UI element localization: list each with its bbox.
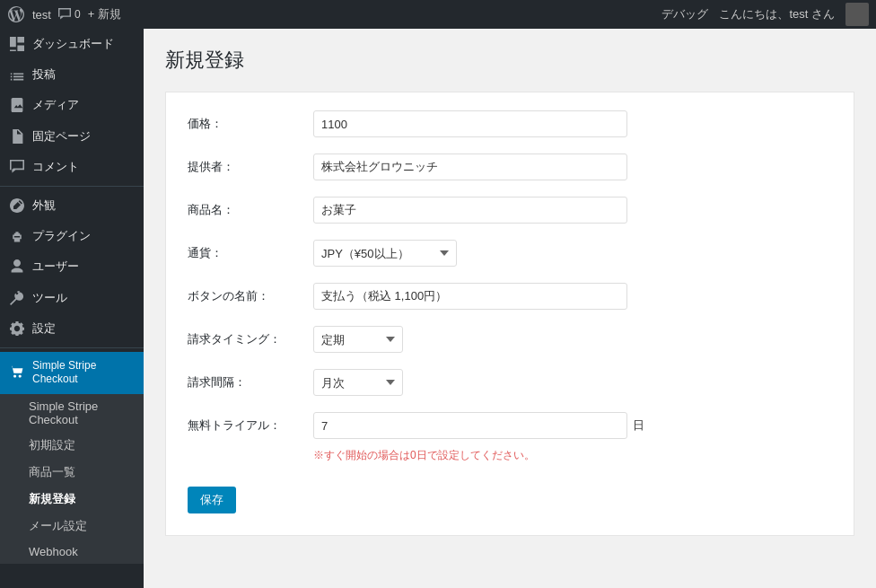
provider-label: 提供者： bbox=[188, 154, 313, 175]
product-name-input[interactable] bbox=[313, 197, 627, 224]
billing-interval-select[interactable]: 月次 bbox=[313, 369, 403, 396]
settings-icon bbox=[9, 320, 25, 337]
sidebar: ダッシュボード 投稿 メディア 固定ページ コメント bbox=[0, 29, 144, 588]
price-row: 価格： bbox=[188, 110, 832, 137]
sidebar-item-dashboard-label: ダッシュボード bbox=[32, 36, 114, 52]
users-icon bbox=[9, 259, 25, 275]
free-trial-input[interactable] bbox=[313, 412, 627, 439]
sidebar-item-pages[interactable]: 固定ページ bbox=[0, 121, 144, 152]
price-label: 価格： bbox=[188, 110, 313, 132]
sidebar-item-tools-label: ツール bbox=[32, 290, 67, 306]
content-area: 新規登録 価格： 提供者： 商品名： bbox=[144, 29, 876, 588]
ssc-submenu-webhook[interactable]: Webhook bbox=[0, 540, 144, 564]
comment-count[interactable]: 0 bbox=[58, 8, 81, 21]
tools-icon bbox=[9, 290, 25, 306]
currency-row: 通貨： JPY（¥50以上） bbox=[188, 240, 832, 267]
ssc-submenu-mail[interactable]: メール設定 bbox=[0, 513, 144, 540]
sidebar-item-users[interactable]: ユーザー bbox=[0, 251, 144, 282]
posts-icon bbox=[9, 66, 25, 83]
sidebar-item-posts-label: 投稿 bbox=[32, 66, 56, 83]
price-input[interactable] bbox=[313, 110, 627, 137]
pages-icon bbox=[9, 128, 25, 145]
avatar bbox=[845, 3, 869, 26]
plugins-icon bbox=[9, 228, 25, 244]
sidebar-item-plugins[interactable]: プラグイン bbox=[0, 221, 144, 251]
product-name-label: 商品名： bbox=[188, 197, 313, 218]
free-trial-suffix: 日 bbox=[633, 417, 644, 434]
site-name[interactable]: test bbox=[32, 8, 51, 22]
new-item-button[interactable]: + 新規 bbox=[88, 6, 121, 22]
debug-label[interactable]: デバッグ bbox=[661, 6, 708, 22]
currency-label: 通貨： bbox=[188, 240, 313, 261]
page-title: 新規登録 bbox=[165, 47, 854, 74]
ssc-submenu-new[interactable]: 新規登録 bbox=[0, 486, 144, 513]
wp-logo bbox=[7, 5, 25, 23]
sidebar-item-appearance[interactable]: 外観 bbox=[0, 190, 144, 221]
sidebar-item-users-label: ユーザー bbox=[32, 259, 79, 275]
ssc-submenu-top[interactable]: Simple Stripe Checkout bbox=[0, 394, 144, 432]
free-trial-label: 無料トライアル： bbox=[188, 412, 313, 434]
appearance-icon bbox=[9, 197, 25, 214]
button-name-label: ボタンの名前： bbox=[188, 283, 313, 304]
sidebar-item-settings-label: 設定 bbox=[32, 320, 56, 337]
sidebar-item-tools[interactable]: ツール bbox=[0, 283, 144, 313]
sidebar-item-comments-label: コメント bbox=[32, 159, 79, 175]
product-name-row: 商品名： bbox=[188, 197, 832, 224]
billing-interval-label: 請求間隔： bbox=[188, 369, 313, 391]
button-name-row: ボタンの名前： bbox=[188, 283, 832, 310]
billing-timing-row: 請求タイミング： 定期 bbox=[188, 326, 832, 353]
form-container: 価格： 提供者： 商品名： 通貨： bbox=[165, 92, 854, 536]
comments-icon bbox=[9, 159, 25, 175]
sidebar-item-media-label: メディア bbox=[32, 97, 79, 113]
sidebar-item-comments[interactable]: コメント bbox=[0, 152, 144, 182]
button-name-input[interactable] bbox=[313, 283, 627, 310]
provider-input[interactable] bbox=[313, 154, 627, 180]
ssc-submenu-products[interactable]: 商品一覧 bbox=[0, 459, 144, 486]
media-icon bbox=[9, 97, 25, 113]
billing-timing-select[interactable]: 定期 bbox=[313, 326, 403, 353]
sidebar-item-dashboard[interactable]: ダッシュボード bbox=[0, 29, 144, 59]
billing-timing-label: 請求タイミング： bbox=[188, 326, 313, 347]
sidebar-item-media[interactable]: メディア bbox=[0, 90, 144, 120]
provider-row: 提供者： bbox=[188, 154, 832, 180]
sidebar-item-appearance-label: 外観 bbox=[32, 197, 56, 214]
ssc-plugin-label: Simple Stripe Checkout bbox=[32, 359, 135, 387]
sidebar-item-posts[interactable]: 投稿 bbox=[0, 59, 144, 90]
free-trial-help-text: ※すぐ開始の場合は0日で設定してください。 bbox=[313, 448, 535, 463]
save-button[interactable]: 保存 bbox=[188, 487, 236, 513]
dashboard-icon bbox=[9, 36, 25, 52]
admin-bar: test 0 + 新規 デバッグ こんにちは、test さん bbox=[0, 0, 876, 29]
user-greeting: こんにちは、test さん bbox=[719, 6, 835, 22]
sidebar-item-settings[interactable]: 設定 bbox=[0, 313, 144, 344]
cart-icon bbox=[9, 364, 25, 381]
sidebar-item-ssc-plugin[interactable]: Simple Stripe Checkout bbox=[0, 352, 144, 394]
ssc-submenu-init[interactable]: 初期設定 bbox=[0, 432, 144, 459]
currency-select[interactable]: JPY（¥50以上） bbox=[313, 240, 457, 267]
ssc-submenu: Simple Stripe Checkout 初期設定 商品一覧 新規登録 メー… bbox=[0, 394, 144, 564]
free-trial-row: 無料トライアル： 日 ※すぐ開始の場合は0日で設定してください。 bbox=[188, 412, 832, 463]
sidebar-item-plugins-label: プラグイン bbox=[32, 228, 91, 244]
sidebar-item-pages-label: 固定ページ bbox=[32, 128, 91, 145]
billing-interval-row: 請求間隔： 月次 bbox=[188, 369, 832, 396]
